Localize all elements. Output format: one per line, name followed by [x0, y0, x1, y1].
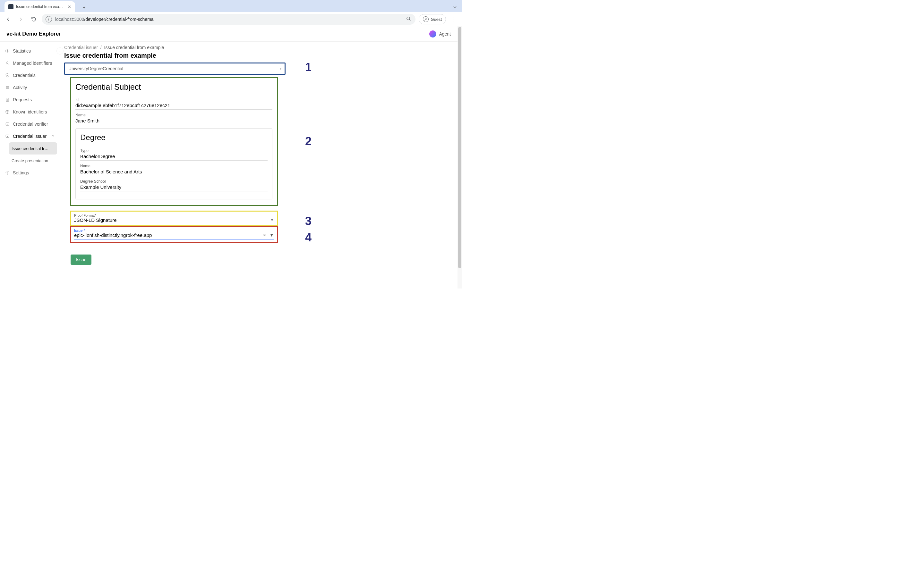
sidebar-item-requests[interactable]: Requests [3, 93, 57, 106]
field-degree-school: Degree School Example University [80, 179, 268, 191]
issue-button[interactable]: Issue [71, 255, 91, 265]
eye-icon [5, 49, 10, 53]
back-button[interactable] [3, 15, 13, 24]
breadcrumb-parent[interactable]: Credential issuer [64, 45, 98, 50]
new-tab-button[interactable]: + [79, 3, 89, 12]
tab-title: Issue credential from exampl [16, 5, 65, 9]
main-content: ‹ Credential issuer / Issue credential f… [60, 42, 462, 288]
sidebar-item-label: Credentials [13, 73, 36, 78]
dropdown-arrow-icon[interactable]: ▼ [270, 233, 274, 237]
credential-subject-heading: Credential Subject [75, 82, 272, 92]
browser-chrome: Issue credential from exampl ✕ + i local… [0, 0, 462, 26]
id-input[interactable]: did:example:ebfeb1f712ebc6f1c276e12ec21 [75, 103, 272, 110]
form-container: 1 UniversityDegreeCredential ▾ 2 Credent… [60, 63, 457, 265]
clear-icon[interactable]: ✕ [263, 233, 266, 237]
degree-panel: Degree Type BachelorDegree Name Bachelor… [75, 128, 272, 199]
tab-favicon [8, 4, 13, 9]
zoom-icon[interactable] [406, 16, 412, 23]
gear-icon [5, 171, 10, 175]
site-info-icon[interactable]: i [45, 16, 52, 23]
issue-icon [5, 134, 10, 139]
verify-icon [5, 122, 10, 126]
sidebar-item-label: Managed identifiers [13, 61, 52, 66]
tabs-overflow-icon[interactable] [452, 4, 458, 10]
annotation-3: 3 [305, 214, 312, 228]
sidebar-item-issue-credential[interactable]: Issue credential fr… [9, 142, 57, 155]
sidebar-item-known-identifiers[interactable]: Known identifiers [3, 106, 57, 118]
id-label: Id [75, 97, 272, 102]
profile-button[interactable]: Guest [419, 14, 446, 24]
sidebar-item-label: Credential verifier [13, 121, 48, 127]
svg-point-8 [7, 172, 8, 173]
degree-school-input[interactable]: Example University [80, 184, 268, 191]
user-icon [5, 61, 10, 65]
sidebar-item-activity[interactable]: Activity [3, 81, 57, 93]
sidebar-item-label: Create presentation [11, 158, 48, 163]
degree-type-label: Type [80, 148, 268, 153]
agent-label: Agent [439, 31, 451, 37]
shield-icon [5, 73, 10, 77]
sidebar-item-create-presentation[interactable]: Create presentation [9, 155, 57, 167]
reload-button[interactable] [29, 15, 39, 24]
annotation-1: 1 [305, 61, 312, 74]
forward-button[interactable] [16, 15, 26, 24]
sidebar-item-credential-issuer[interactable]: Credential issuer [3, 130, 57, 142]
degree-heading: Degree [80, 133, 268, 142]
svg-point-2 [7, 50, 8, 52]
field-id: Id did:example:ebfeb1f712ebc6f1c276e12ec… [75, 97, 272, 110]
dropdown-arrow-icon: ▼ [270, 218, 274, 222]
sidebar-item-label: Statistics [13, 48, 31, 53]
field-degree-name: Name Bachelor of Science and Arts [80, 164, 268, 176]
chevron-down-icon: ▾ [280, 67, 281, 71]
sidebar-item-credential-verifier[interactable]: Credential verifier [3, 118, 57, 130]
main-scroll: Credential issuer / Issue credential fro… [60, 42, 457, 288]
page-title: Issue credential from example [60, 52, 457, 63]
scrollbar-thumb[interactable] [458, 27, 461, 268]
issuer-icons: ✕ ▼ [263, 233, 274, 237]
globe-icon [5, 110, 10, 114]
sidebar-item-label: Issue credential fr… [11, 146, 49, 151]
sidebar: Statistics Managed identifiers Credentia… [0, 42, 60, 288]
field-degree-type: Type BachelorDegree [80, 148, 268, 161]
browser-menu-icon[interactable]: ⋮ [449, 16, 459, 23]
browser-tab[interactable]: Issue credential from exampl ✕ [5, 1, 75, 12]
agent-menu[interactable]: Agent [429, 31, 451, 37]
issuer-value: epic-lionfish-distinctly.ngrok-free.app [74, 232, 152, 238]
url-text: localhost:3000/developer/credential-from… [55, 17, 153, 22]
credential-type-select[interactable]: UniversityDegreeCredential ▾ [64, 63, 286, 75]
sidebar-submenu: Issue credential fr… Create presentation [3, 142, 57, 167]
guest-label: Guest [431, 17, 442, 22]
proof-format-select[interactable]: Proof Format* JSON-LD Signature ▼ [70, 211, 278, 226]
sidebar-item-statistics[interactable]: Statistics [3, 45, 57, 57]
name-input[interactable]: Jane Smith [75, 118, 272, 125]
address-bar[interactable]: i localhost:3000/developer/credential-fr… [42, 14, 415, 25]
app-header: vc-kit Demo Explorer Agent [0, 26, 462, 42]
sidebar-item-label: Settings [13, 170, 29, 175]
issuer-label: Issuer* [74, 229, 274, 232]
annotation-4: 4 [305, 231, 312, 244]
issuer-select[interactable]: Issuer* epic-lionfish-distinctly.ngrok-f… [70, 226, 278, 243]
sidebar-item-credentials[interactable]: Credentials [3, 69, 57, 81]
main-card: Credential issuer / Issue credential fro… [60, 42, 457, 288]
sidebar-item-label: Credential issuer [13, 134, 47, 139]
annotation-2: 2 [305, 135, 312, 148]
degree-type-input[interactable]: BachelorDegree [80, 153, 268, 161]
list-icon [5, 85, 10, 90]
sidebar-item-managed-identifiers[interactable]: Managed identifiers [3, 57, 57, 69]
breadcrumb-current: Issue credential from example [104, 45, 164, 50]
tab-close-icon[interactable]: ✕ [68, 5, 71, 9]
svg-point-3 [7, 61, 8, 63]
sidebar-collapse-button[interactable]: ‹ [57, 47, 63, 55]
sidebar-item-settings[interactable]: Settings [3, 167, 57, 179]
issuer-value-row: epic-lionfish-distinctly.ngrok-free.app … [74, 232, 274, 239]
name-label: Name [75, 113, 272, 117]
sidebar-item-label: Known identifiers [13, 109, 47, 114]
svg-point-1 [425, 18, 426, 19]
breadcrumb: Credential issuer / Issue credential fro… [60, 42, 457, 52]
degree-name-input[interactable]: Bachelor of Science and Arts [80, 169, 268, 176]
sidebar-item-label: Activity [13, 85, 27, 90]
field-name: Name Jane Smith [75, 113, 272, 125]
page-scrollbar[interactable] [457, 26, 462, 288]
guest-avatar-icon [423, 16, 429, 22]
proof-format-label: Proof Format* [74, 213, 274, 218]
